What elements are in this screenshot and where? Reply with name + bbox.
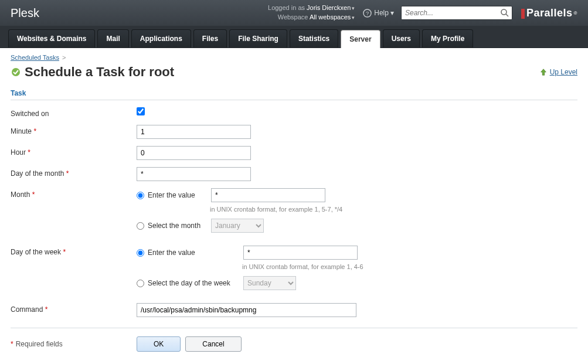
- main-nav: Websites & Domains Mail Applications Fil…: [0, 26, 588, 48]
- dow-hint: in UNIX crontab format, for example 1, 4…: [242, 263, 577, 270]
- required-note: *Required fields: [11, 340, 137, 348]
- required-marker: *: [28, 148, 30, 157]
- svg-point-4: [12, 68, 20, 76]
- divider: [11, 328, 577, 328]
- logged-in-label: Logged in as: [268, 4, 305, 11]
- switched-on-label: Switched on: [11, 107, 137, 118]
- parallels-icon: ||: [521, 7, 524, 19]
- tab-files[interactable]: Files: [193, 29, 227, 47]
- month-enter-input[interactable]: [211, 188, 325, 202]
- partner-brand: || Parallels®: [521, 7, 577, 19]
- chevron-down-icon: ▾: [352, 15, 355, 21]
- month-label: Month: [11, 190, 30, 199]
- month-select-label: Select the month: [148, 222, 211, 230]
- tab-my-profile[interactable]: My Profile: [422, 29, 473, 47]
- brand-logo: Plesk: [11, 6, 39, 20]
- up-level-label: Up Level: [550, 68, 577, 76]
- switched-on-checkbox[interactable]: [137, 107, 145, 115]
- logged-in-user: Joris Dierckxen: [307, 4, 351, 11]
- tab-statistics[interactable]: Statistics: [290, 29, 338, 47]
- help-menu[interactable]: ? Help ▾: [363, 9, 394, 18]
- tab-file-sharing[interactable]: File Sharing: [229, 29, 287, 47]
- content: Scheduled Tasks > Schedule a Task for ro…: [0, 48, 588, 364]
- breadcrumb-parent[interactable]: Scheduled Tasks: [11, 54, 59, 61]
- topbar: Plesk Logged in as Joris Dierckxen▾ Webs…: [0, 0, 588, 26]
- hour-label: Hour: [11, 148, 26, 157]
- partner-brand-text: Parallels: [526, 7, 573, 19]
- dow-select-radio[interactable]: [137, 280, 144, 287]
- breadcrumb: Scheduled Tasks >: [11, 54, 577, 61]
- month-select-radio[interactable]: [137, 222, 144, 230]
- dow-select[interactable]: Sunday: [243, 276, 296, 290]
- help-label: Help: [374, 9, 389, 17]
- account-block[interactable]: Logged in as Joris Dierckxen▾ Webspace A…: [268, 4, 355, 22]
- webspace-value: All webspaces: [310, 13, 351, 21]
- chevron-down-icon: ▾: [390, 9, 394, 17]
- required-marker: *: [45, 305, 48, 314]
- webspace-label: Webspace: [278, 13, 308, 21]
- search-icon[interactable]: [500, 8, 509, 18]
- dow-select-label: Select the day of the week: [148, 279, 243, 287]
- svg-text:?: ?: [366, 11, 369, 16]
- dow-enter-radio[interactable]: [137, 249, 144, 257]
- dom-input[interactable]: [137, 167, 251, 181]
- svg-point-2: [501, 9, 507, 15]
- svg-line-3: [506, 14, 508, 16]
- page-title: Schedule a Task for root: [25, 64, 174, 80]
- help-icon: ?: [363, 9, 372, 18]
- breadcrumb-sep: >: [62, 54, 66, 61]
- required-marker: *: [32, 190, 35, 199]
- up-arrow-icon: [539, 68, 548, 76]
- month-hint: in UNIX crontab format, for example 1, 5…: [210, 206, 577, 213]
- section-title-task: Task: [11, 89, 577, 100]
- required-marker: *: [33, 127, 36, 135]
- tab-applications[interactable]: Applications: [131, 29, 191, 47]
- required-marker: *: [63, 248, 66, 256]
- tab-mail[interactable]: Mail: [97, 29, 128, 47]
- dow-enter-input[interactable]: [243, 246, 358, 260]
- dom-label: Day of the month: [11, 169, 64, 178]
- month-select[interactable]: January: [211, 219, 264, 233]
- success-icon: [11, 67, 21, 77]
- tab-server[interactable]: Server: [341, 30, 380, 48]
- up-level-link[interactable]: Up Level: [539, 68, 577, 76]
- month-enter-radio[interactable]: [137, 192, 144, 199]
- dow-enter-label: Enter the value: [148, 249, 243, 257]
- minute-input[interactable]: [137, 125, 251, 139]
- dow-label: Day of the week: [11, 248, 61, 256]
- command-input[interactable]: [137, 303, 356, 317]
- cancel-button[interactable]: Cancel: [185, 336, 241, 352]
- required-marker: *: [66, 169, 69, 178]
- tab-websites-domains[interactable]: Websites & Domains: [8, 29, 95, 47]
- tab-users[interactable]: Users: [383, 29, 420, 47]
- search-wrap: [401, 6, 512, 20]
- hour-input[interactable]: [137, 146, 251, 160]
- ok-button[interactable]: OK: [137, 336, 181, 352]
- search-input[interactable]: [401, 6, 512, 20]
- command-label: Command: [11, 305, 43, 314]
- chevron-down-icon: ▾: [352, 5, 355, 11]
- month-enter-label: Enter the value: [148, 191, 211, 199]
- minute-label: Minute: [11, 127, 32, 135]
